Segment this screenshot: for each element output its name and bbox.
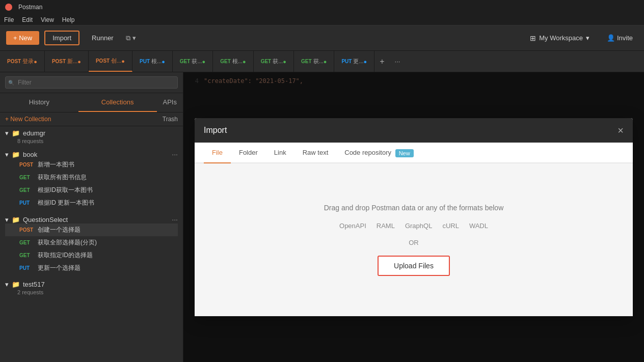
tab-3[interactable]: PUT根...●: [132, 51, 173, 72]
main-layout: History Collections APIs + New Collectio…: [0, 72, 644, 362]
workspace-label: My Workspace: [539, 34, 583, 42]
modal-tab-file[interactable]: File: [204, 143, 231, 163]
tab-more-button[interactable]: ···: [390, 58, 406, 65]
title-bar: Postman: [0, 0, 644, 14]
chevron-down-icon: ▾: [5, 216, 9, 224]
tab-add-button[interactable]: +: [374, 57, 389, 66]
chevron-down-icon: ▾: [5, 129, 9, 137]
tab-0[interactable]: POST登录●: [0, 51, 45, 72]
request-label: 创建一个选择题: [38, 226, 81, 234]
sidebar-tabs: History Collections APIs: [0, 93, 183, 113]
content-area: 4 "createDate": "2021-05-17", Import × F…: [183, 72, 644, 362]
collection-book-name: book: [23, 151, 37, 158]
trash-button[interactable]: Trash: [163, 116, 178, 123]
method-put-icon: PUT: [19, 200, 34, 206]
list-item[interactable]: PUT 根据ID 更新一本图书: [5, 197, 178, 209]
list-item[interactable]: GET 获取指定ID的选择题: [5, 249, 178, 262]
runner-button[interactable]: Runner: [85, 31, 121, 45]
modal-tabs: File Folder Link Raw text Code repositor…: [195, 143, 633, 163]
collection-questionselect: ▾ 📁 QuestionSelect ··· POST 创建一个选择题 GET …: [0, 212, 183, 277]
import-modal: Import × File Folder Link Raw text Code …: [195, 118, 633, 316]
sidebar-tab-apis[interactable]: APIs: [157, 93, 183, 112]
sidebar-actions: + New Collection Trash: [0, 113, 183, 126]
collection-more-icon[interactable]: ···: [172, 215, 178, 224]
collection-test517-name: test517: [23, 281, 45, 288]
chevron-down-icon: ▾: [5, 151, 9, 158]
modal-body: Drag and drop Postman data or any of the…: [195, 163, 633, 316]
method-get-icon: GET: [19, 175, 34, 180]
modal-close-button[interactable]: ×: [618, 125, 624, 135]
modal-tab-folder[interactable]: Folder: [231, 143, 266, 163]
list-item[interactable]: POST 创建一个选择题: [5, 224, 178, 236]
list-item[interactable]: GET 获取全部选择题(分页): [5, 236, 178, 249]
list-item[interactable]: GET 根据ID获取一本图书: [5, 184, 178, 197]
folder-icon: 📁: [12, 216, 20, 224]
tab-6[interactable]: GET获...●: [254, 51, 294, 72]
or-divider: OR: [409, 239, 419, 246]
collection-test517-header[interactable]: ▾ 📁 test517: [5, 281, 178, 288]
tab-1[interactable]: POST新...●: [45, 51, 89, 72]
tab-4[interactable]: GET获...●: [173, 51, 213, 72]
format-curl: cURL: [442, 222, 459, 230]
drag-drop-text: Drag and drop Postman data or any of the…: [324, 204, 504, 212]
folder-icon: 📁: [12, 281, 20, 288]
request-label: 根据ID 更新一本图书: [38, 199, 94, 207]
import-button[interactable]: Import: [44, 31, 79, 45]
new-button[interactable]: + New: [6, 31, 39, 45]
collection-test517-count: 2 requests: [17, 288, 178, 295]
folder-icon: 📁: [12, 129, 20, 137]
menu-help[interactable]: Help: [62, 16, 75, 23]
collection-edumgr-name: edumgr: [23, 129, 45, 137]
method-put-icon: PUT: [19, 265, 34, 271]
modal-tab-coderepository[interactable]: Code repository New: [336, 143, 421, 163]
method-post-icon: POST: [19, 227, 34, 233]
request-label: 获取全部选择题(分页): [38, 238, 97, 247]
sidebar: History Collections APIs + New Collectio…: [0, 72, 183, 362]
toolbar: + New Import Runner ⧉ ▾ ⊞ My Workspace ▾…: [0, 25, 644, 51]
invite-button[interactable]: 👤 Invite: [602, 31, 638, 45]
chevron-down-icon: ▾: [5, 281, 9, 288]
list-item[interactable]: POST 新增一本图书: [5, 158, 178, 171]
modal-tab-link[interactable]: Link: [266, 143, 294, 163]
collection-test517: ▾ 📁 test517 2 requests: [0, 277, 183, 298]
tab-8[interactable]: PUT更...●: [334, 51, 374, 72]
method-get-icon: GET: [19, 240, 34, 245]
modal-title: Import: [204, 126, 227, 135]
collection-questionselect-header[interactable]: ▾ 📁 QuestionSelect ···: [5, 215, 178, 224]
layout-button[interactable]: ⧉ ▾: [126, 34, 136, 42]
collection-questionselect-name: QuestionSelect: [23, 216, 68, 224]
modal-header: Import ×: [195, 118, 633, 143]
collection-more-icon[interactable]: ···: [172, 150, 178, 158]
collection-book-header[interactable]: ▾ 📁 book ···: [5, 150, 178, 158]
menu-bar: File Edit View Help: [0, 14, 644, 25]
tab-7[interactable]: GET获...●: [294, 51, 334, 72]
list-item[interactable]: GET 获取所有图书信息: [5, 171, 178, 184]
collection-book: ▾ 📁 book ··· POST 新增一本图书 GET 获取所有图书信息 GE…: [0, 147, 183, 212]
modal-tab-rawtext[interactable]: Raw text: [294, 143, 337, 163]
sidebar-list: ▾ 📁 edumgr 8 requests ▾ 📁 book ··· POST …: [0, 126, 183, 362]
tab-2[interactable]: POST创...●: [89, 51, 132, 72]
format-wadl: WADL: [469, 222, 488, 230]
menu-edit[interactable]: Edit: [22, 16, 33, 23]
sidebar-tab-collections[interactable]: Collections: [78, 93, 157, 112]
request-label: 更新一个选择题: [38, 264, 81, 272]
tab-5[interactable]: GET根...●: [213, 51, 253, 72]
app-title: Postman: [18, 4, 42, 11]
invite-icon: 👤: [607, 34, 615, 42]
format-list: OpenAPI RAML GraphQL cURL WADL: [339, 222, 488, 230]
request-label: 获取所有图书信息: [38, 173, 87, 182]
method-get-icon: GET: [19, 187, 34, 193]
menu-file[interactable]: File: [4, 16, 14, 23]
filter-input[interactable]: [5, 76, 178, 89]
sidebar-search-area: [0, 72, 183, 93]
workspace-button[interactable]: ⊞ My Workspace ▾: [523, 31, 597, 45]
collection-edumgr-header[interactable]: ▾ 📁 edumgr: [5, 129, 178, 137]
menu-view[interactable]: View: [41, 16, 54, 23]
list-item[interactable]: PUT 更新一个选择题: [5, 262, 178, 274]
workspace-chevron-icon: ▾: [586, 34, 589, 42]
new-collection-button[interactable]: + New Collection: [5, 116, 51, 123]
request-label: 新增一本图书: [38, 160, 74, 169]
sidebar-tab-history[interactable]: History: [0, 93, 78, 112]
new-badge: New: [395, 149, 414, 157]
upload-files-button[interactable]: Upload Files: [378, 256, 450, 276]
